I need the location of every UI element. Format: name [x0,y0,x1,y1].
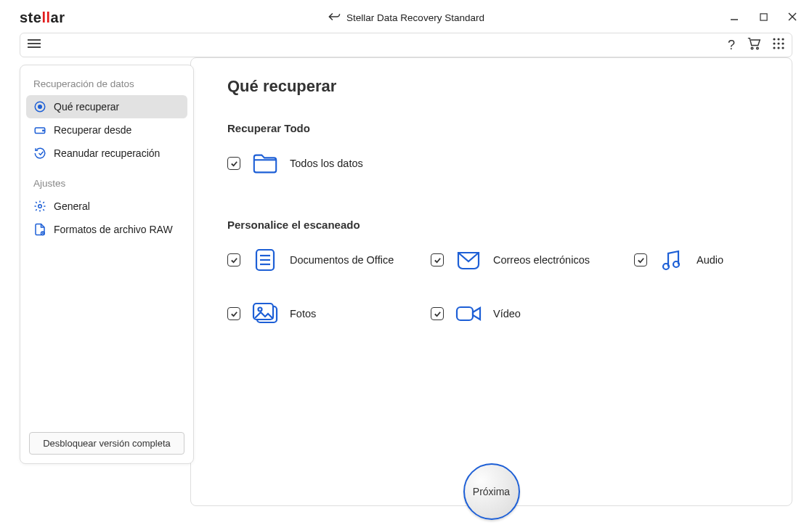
cart-icon[interactable] [747,37,761,53]
checkbox-office[interactable] [227,253,240,266]
sidebar-item-recover-from[interactable]: Recuperar desde [26,118,187,142]
checkbox-all-data[interactable] [227,157,240,170]
mail-icon [454,245,483,274]
checkbox-emails[interactable] [431,253,444,266]
option-emails-label: Correos electrónicos [493,254,590,266]
svg-rect-1 [760,14,766,20]
help-icon[interactable]: ? [728,38,735,53]
svg-point-17 [781,46,784,49]
svg-point-11 [781,38,784,40]
video-icon [454,299,483,328]
next-button-label: Próxima [473,486,510,497]
back-icon[interactable] [328,12,341,24]
sidebar-item-general[interactable]: General [26,195,187,218]
drive-icon [33,123,46,137]
checkbox-photos[interactable] [227,307,240,320]
svg-point-15 [773,46,775,49]
svg-point-10 [777,38,779,40]
option-video-label: Vídeo [493,308,521,320]
folder-icon [251,149,280,178]
apps-icon[interactable] [773,38,784,52]
option-all-data-label: Todos los datos [290,158,363,169]
svg-point-13 [777,42,779,44]
sidebar-heading-settings: Ajustes [26,175,187,195]
sidebar-item-label: Reanudar recuperación [54,147,160,159]
option-photos-label: Fotos [290,308,316,320]
document-icon [251,245,280,274]
section-customize-title: Personalice el escaneado [227,219,770,231]
window-title: Stellar Data Recovery Standard [328,12,484,24]
sidebar-item-label: Qué recuperar [54,101,119,113]
svg-rect-36 [457,307,473,320]
sidebar-item-resume-recovery[interactable]: Reanudar recuperación [26,142,187,165]
sidebar: Recuperación de datos Qué recuperar Recu… [20,65,194,464]
gear-icon [33,200,46,213]
option-office-label: Documentos de Office [290,254,394,266]
checkbox-audio[interactable] [634,253,647,266]
unlock-full-button[interactable]: Desbloquear versión completa [29,432,184,455]
close-button[interactable] [785,12,800,23]
music-icon [657,245,686,274]
svg-point-9 [773,38,775,40]
sidebar-item-label: Formatos de archivo RAW [54,224,173,235]
svg-point-14 [781,42,784,44]
app-logo: stellar [20,9,65,26]
svg-point-12 [773,42,775,44]
svg-point-16 [777,46,779,49]
section-recover-all-title: Recuperar Todo [227,122,770,134]
checkbox-video[interactable] [431,307,444,320]
sidebar-item-what-to-recover[interactable]: Qué recuperar [26,95,187,118]
sidebar-heading-recovery: Recuperación de datos [26,76,187,95]
target-icon [33,100,46,113]
option-audio-label: Audio [697,254,723,266]
sidebar-item-label: General [54,200,90,212]
svg-point-7 [751,47,753,49]
window-title-text: Stellar Data Recovery Standard [346,12,484,23]
next-button[interactable]: Próxima [463,463,520,520]
svg-point-22 [38,205,42,208]
sidebar-item-label: Recuperar desde [54,124,131,136]
svg-point-19 [38,105,42,109]
titlebar: stellar Stellar Data Recovery Standard [7,7,805,28]
photo-icon [251,299,280,328]
page-title: Qué recuperar [227,77,770,96]
toolbar: ? [20,33,792,57]
svg-point-21 [43,130,44,131]
svg-point-8 [757,47,759,49]
resume-icon [33,147,46,160]
menu-icon[interactable] [28,38,41,52]
file-icon [33,223,46,236]
content-panel: Qué recuperar Recuperar Todo Todos los d… [190,57,792,506]
minimize-button[interactable] [727,12,742,23]
maximize-button[interactable] [756,12,771,23]
sidebar-item-raw-formats[interactable]: Formatos de archivo RAW [26,218,187,241]
